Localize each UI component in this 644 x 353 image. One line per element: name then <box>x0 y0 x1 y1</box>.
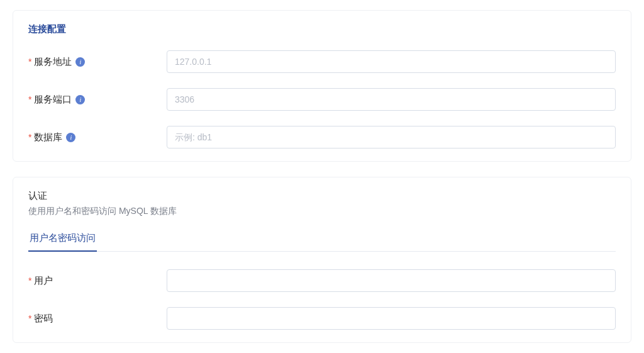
database-label-text: 数据库 <box>34 132 62 143</box>
required-star: * <box>28 94 31 104</box>
auth-card: 认证 使用用户名和密码访问 MySQL 数据库 用户名密码访问 * 用户 * 密… <box>13 177 631 343</box>
host-label: * 服务地址 i <box>28 56 167 68</box>
user-row: * 用户 <box>28 269 616 292</box>
port-input[interactable] <box>167 88 616 111</box>
password-row: * 密码 <box>28 307 616 330</box>
connection-section-title: 连接配置 <box>28 23 616 35</box>
port-row: * 服务端口 i <box>28 88 616 111</box>
port-label: * 服务端口 i <box>28 94 167 106</box>
info-icon[interactable]: i <box>75 95 85 104</box>
user-label-text: 用户 <box>34 275 53 287</box>
database-label: * 数据库 i <box>28 132 167 143</box>
auth-heading: 认证 <box>28 190 616 202</box>
database-input[interactable] <box>167 126 616 148</box>
required-star: * <box>28 276 31 286</box>
password-label: * 密码 <box>28 313 167 325</box>
required-star: * <box>28 313 31 323</box>
port-label-text: 服务端口 <box>34 94 72 106</box>
auth-description: 使用用户名和密码访问 MySQL 数据库 <box>28 206 616 217</box>
user-input[interactable] <box>167 269 616 292</box>
database-row: * 数据库 i <box>28 126 616 148</box>
info-icon[interactable]: i <box>75 57 85 67</box>
required-star: * <box>28 57 31 67</box>
host-row: * 服务地址 i <box>28 50 616 73</box>
user-label: * 用户 <box>28 275 167 287</box>
required-star: * <box>28 132 31 142</box>
tab-username-password[interactable]: 用户名密码访问 <box>28 232 97 252</box>
password-input[interactable] <box>167 307 616 330</box>
connection-config-card: 连接配置 * 服务地址 i * 服务端口 i * 数据库 i <box>13 10 631 162</box>
host-label-text: 服务地址 <box>34 56 72 68</box>
host-input[interactable] <box>167 50 616 73</box>
info-icon[interactable]: i <box>66 133 75 142</box>
password-label-text: 密码 <box>34 313 53 325</box>
auth-tabs: 用户名密码访问 <box>28 232 616 252</box>
